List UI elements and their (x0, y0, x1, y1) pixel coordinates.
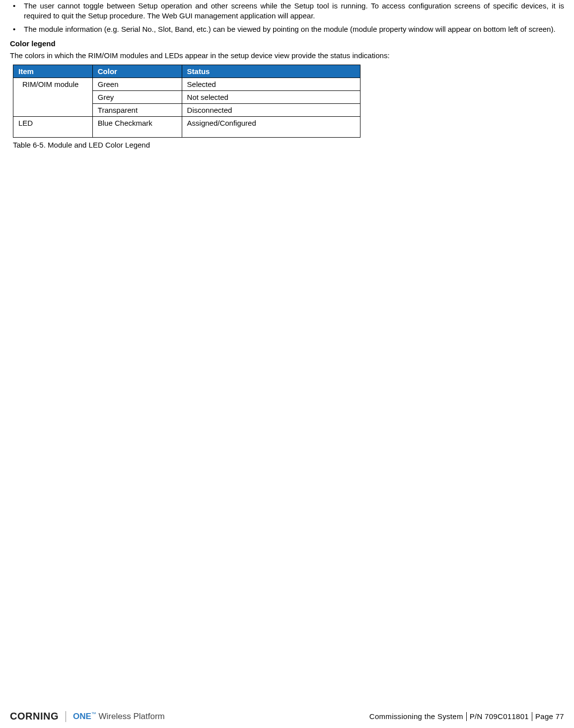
table-cell: Transparent (92, 104, 182, 117)
footer-page: Page 77 (535, 712, 564, 721)
table-cell: RIM/OIM module (13, 78, 93, 117)
table-cell: Selected (182, 78, 360, 91)
table-cell: Not selected (182, 91, 360, 104)
color-legend-table: Item Color Status RIM/OIM module Green S… (13, 65, 360, 138)
table-row: LED Blue Checkmark Assigned/Configured (13, 117, 360, 138)
trademark-icon: ™ (91, 711, 96, 717)
table-cell: Disconnected (182, 104, 360, 117)
intro-text: The colors in which the RIM/OIM modules … (10, 51, 564, 61)
table-cell: LED (13, 117, 93, 138)
corning-logo: CORNING (10, 711, 59, 722)
footer-meta: Commissioning the System P/N 709C011801 … (369, 712, 564, 721)
one-wireless-logo: ONE™ Wireless Platform (73, 711, 165, 722)
section-heading: Color legend (10, 39, 564, 48)
table-cell: Green (92, 78, 182, 91)
page-footer: CORNING ONE™ Wireless Platform Commissio… (10, 711, 564, 722)
table-cell: Grey (92, 91, 182, 104)
table-header-color: Color (92, 65, 182, 78)
table-header-item: Item (13, 65, 93, 78)
table-header-status: Status (182, 65, 360, 78)
table-caption: Table 6-5. Module and LED Color Legend (13, 141, 564, 149)
table-cell: Blue Checkmark (92, 117, 182, 138)
footer-brand: CORNING ONE™ Wireless Platform (10, 711, 165, 722)
footer-divider-icon (66, 711, 66, 722)
bullet-item: The user cannot toggle between Setup ope… (24, 1, 564, 21)
footer-separator-icon (466, 712, 467, 721)
table-row: RIM/OIM module Green Selected (13, 78, 360, 91)
footer-separator-icon (532, 712, 532, 721)
footer-section: Commissioning the System (369, 712, 463, 721)
table-cell: Assigned/Configured (182, 117, 360, 138)
footer-pn: P/N 709C011801 (470, 712, 529, 721)
brand-one-text: ONE (73, 712, 91, 721)
brand-rest-text: Wireless Platform (96, 712, 165, 721)
bullet-item: The module information (e.g. Serial No.,… (24, 24, 564, 34)
